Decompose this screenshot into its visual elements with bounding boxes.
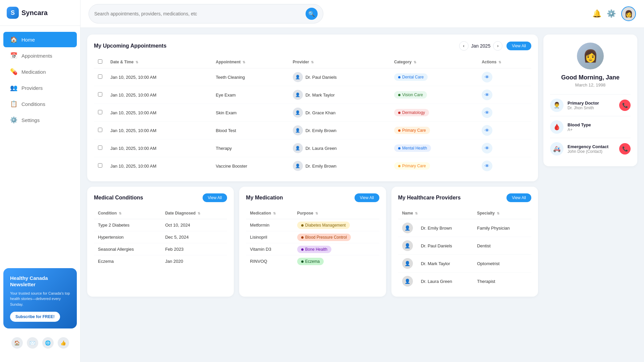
appointments-icon: 📅 [10, 52, 17, 59]
medication-header: My Medication View All [246, 193, 379, 202]
row-checkbox[interactable] [98, 110, 102, 114]
call-emergency-button[interactable]: 📞 [619, 143, 631, 155]
medication-card: My Medication View All Medication⇅ Purpo… [239, 187, 386, 297]
content-left: My Upcoming Appointments ‹ Jan 2025 › Vi… [87, 35, 538, 355]
profile-dob: March 12, 1998 [550, 82, 631, 87]
provider-avatar: 👤 [293, 90, 303, 100]
medication-view-all-button[interactable]: View All [355, 193, 379, 202]
row-checkbox[interactable] [98, 163, 102, 168]
sidebar-label-home: Home [21, 37, 35, 43]
medication-cell: Vitamin D3 [246, 243, 293, 255]
search-button[interactable]: 🔍 [306, 8, 318, 20]
col-medication: Medication⇅ [250, 211, 289, 216]
provider-avatar: 👤 [293, 108, 303, 118]
row-checkbox[interactable] [98, 145, 102, 150]
view-button[interactable]: 👁 [482, 161, 492, 171]
condition-cell: Type 2 Diabetes [94, 219, 161, 231]
user-avatar[interactable]: 👩 [621, 6, 636, 21]
topbar: 🔍 🔔 ⚙️ 👩 [80, 0, 644, 28]
sidebar-item-providers[interactable]: 👥 Providers [3, 80, 77, 96]
appointments-title: My Upcoming Appointments [94, 43, 166, 49]
category-badge: Primary Care [394, 127, 430, 134]
conditions-title: Medical Conditions [94, 195, 143, 201]
provider-cell: 👤 Dr. Laura Green [289, 139, 390, 157]
provider-name: Dr. Grace Khan [306, 110, 336, 115]
condition-cell: Seasonal Allergies [94, 243, 161, 255]
right-panel: 👩 Good Morning, Jane March 12, 1998 👨‍⚕️… [543, 35, 637, 355]
social-home-icon[interactable]: 🏠 [11, 337, 23, 349]
view-button[interactable]: 👁 [482, 89, 492, 100]
blood-type-row: 🩸 Blood Type A+ [550, 116, 631, 138]
date-cell: Jan 10, 2025, 10:00 AM [106, 122, 212, 139]
view-button[interactable]: 👁 [482, 125, 492, 136]
sidebar-label-medication: Medication [21, 69, 46, 75]
settings-icon: ⚙️ [10, 116, 17, 124]
date-diagnosed-cell: Feb 2023 [161, 243, 227, 255]
medication-cell: Lisinopril [246, 231, 293, 243]
prev-month-button[interactable]: ‹ [459, 41, 469, 51]
notification-icon[interactable]: 🔔 [592, 9, 601, 18]
action-cell: 👁 [478, 139, 531, 157]
provider-name: Dr. Paul Daniels [306, 75, 337, 80]
blood-icon: 🩸 [550, 120, 564, 134]
sidebar-item-conditions[interactable]: 📋 Conditions [3, 96, 77, 112]
col-date: Date & Time⇅ [110, 60, 208, 64]
medication-cell: Metformin [246, 219, 293, 231]
topbar-right: 🔔 ⚙️ 👩 [592, 6, 636, 21]
medication-cell: RINVOQ [246, 255, 293, 267]
category-badge: Primary Care [394, 162, 430, 170]
social-email-icon[interactable]: ✉️ [27, 337, 38, 349]
sidebar-label-conditions: Conditions [21, 101, 45, 107]
specialty-cell: Dentist [473, 237, 531, 255]
sidebar-item-appointments[interactable]: 📅 Appointments [3, 48, 77, 63]
category-cell: Vision Care [390, 86, 478, 104]
appointments-table: Date & Time⇅ Appointment⇅ Provider⇅ Cate… [94, 56, 531, 175]
view-button[interactable]: 👁 [482, 72, 492, 82]
appointments-header: My Upcoming Appointments ‹ Jan 2025 › Vi… [94, 41, 531, 51]
blood-type-value: A+ [568, 127, 631, 132]
view-button[interactable]: 👁 [482, 143, 492, 154]
conditions-card: Medical Conditions View All Condition⇅ D… [87, 187, 234, 297]
provider-name-cell: Dr. Mark Taylor [417, 255, 473, 273]
sidebar-label-appointments: Appointments [21, 53, 52, 59]
date-diagnosed-cell: Jan 2020 [161, 255, 227, 267]
condition-cell: Hypertension [94, 231, 161, 243]
col-provider: Provider⇅ [293, 60, 386, 64]
date-cell: Jan 10, 2025, 10:00 AM [106, 86, 212, 104]
row-checkbox[interactable] [98, 92, 102, 97]
date-diagnosed-cell: Oct 10, 2024 [161, 219, 227, 231]
provider-img: 👤 [402, 223, 413, 233]
sidebar-item-settings[interactable]: ⚙️ Settings [3, 112, 77, 128]
search-bar: 🔍 [89, 4, 323, 23]
sidebar-item-home[interactable]: 🏠 Home [3, 32, 77, 47]
appointment-cell: Therapy [212, 139, 288, 157]
row-checkbox[interactable] [98, 128, 102, 132]
sidebar-item-medication[interactable]: 💊 Medication [3, 64, 77, 79]
provider-avatar: 👤 [293, 143, 303, 153]
table-row: Lisinopril Blood Pressure Control [246, 231, 379, 243]
search-input[interactable] [94, 11, 302, 16]
newsletter-description: Your trusted source for Canada's top hea… [10, 291, 70, 307]
conditions-view-all-button[interactable]: View All [203, 193, 227, 202]
select-all-checkbox[interactable] [98, 59, 102, 64]
sidebar-label-providers: Providers [21, 85, 43, 91]
social-icons-row: 🏠 ✉️ 🌐 👍 [3, 334, 77, 352]
table-row: 👤 Dr. Emily Brown Family Physician [398, 219, 531, 237]
next-month-button[interactable]: › [493, 41, 502, 51]
current-month: Jan 2025 [471, 43, 491, 49]
col-actions: Actions⇅ [482, 60, 527, 64]
social-facebook-icon[interactable]: 👍 [58, 337, 69, 349]
view-button[interactable]: 👁 [482, 107, 492, 118]
category-badge: Dermatology [394, 109, 429, 116]
providers-view-all-button[interactable]: View All [506, 193, 531, 202]
row-checkbox[interactable] [98, 74, 102, 79]
gear-icon[interactable]: ⚙️ [607, 9, 616, 18]
profile-avatar: 👩 [577, 43, 604, 69]
call-doctor-button[interactable]: 📞 [619, 100, 631, 111]
subscribe-button[interactable]: Subscribe for FREE! [10, 312, 60, 322]
appointment-cell: Teeth Cleaning [212, 68, 288, 86]
action-cell: 👁 [478, 86, 531, 104]
appointments-view-all-button[interactable]: View All [506, 42, 531, 50]
providers-header: My Healthcare Providers View All [398, 193, 531, 202]
social-web-icon[interactable]: 🌐 [42, 337, 54, 349]
